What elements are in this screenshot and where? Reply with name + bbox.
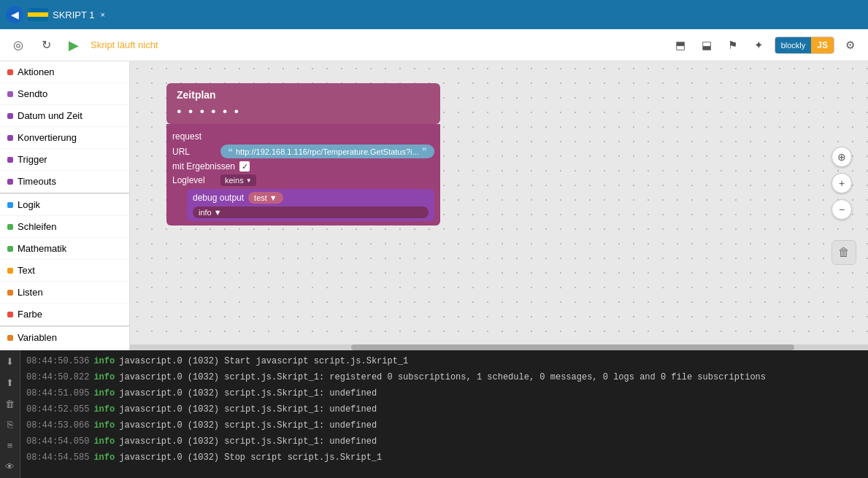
- script-status: Skript läuft nicht: [91, 39, 664, 50]
- info-dropdown[interactable]: info ▼: [193, 207, 429, 218]
- sendto-color: [7, 91, 13, 97]
- canvas-hscrollbar[interactable]: [130, 344, 868, 350]
- sidebar-label-sendto: Sendto: [18, 88, 47, 99]
- zeitplan-block[interactable]: Zeitplan ● ● ● ● ● ●: [166, 83, 440, 124]
- url-label: URL: [172, 147, 216, 157]
- center-button[interactable]: ⊕: [831, 147, 852, 167]
- test-value: test: [254, 193, 267, 202]
- sidebar-label-logik: Logik: [18, 199, 40, 210]
- sidebar-item-konvertierung[interactable]: Konvertierung: [0, 127, 129, 149]
- sidebar-item-sendto[interactable]: Sendto: [0, 83, 129, 105]
- log-sidebar: ⬇ ⬆ 🗑 ⎘ ≡ 👁: [0, 350, 20, 478]
- sidebar-item-schleifen[interactable]: Schleifen: [0, 216, 129, 238]
- konvertierung-color: [7, 135, 13, 141]
- mathematik-color: [7, 246, 13, 252]
- sidebar-label-listen: Listen: [18, 287, 43, 298]
- log-visibility-button[interactable]: 👁: [2, 460, 18, 474]
- sidebar-item-text[interactable]: Text: [0, 260, 129, 282]
- run-button[interactable]: ▶: [63, 34, 85, 56]
- canvas-controls: ⊕ + − 🗑: [831, 147, 856, 265]
- log-line: 08:44:54.050 info javascript.0 (1032) sc…: [20, 433, 868, 450]
- sidebar-item-datum[interactable]: Datum und Zeit: [0, 105, 129, 127]
- sidebar-item-trigger[interactable]: Trigger: [0, 149, 129, 171]
- canvas-hscroll-thumb[interactable]: [351, 344, 794, 350]
- request-label: request: [172, 131, 216, 142]
- debug-title-row: debug output test ▼: [193, 192, 429, 204]
- flag-button[interactable]: ⚑: [722, 34, 744, 56]
- test-dropdown[interactable]: test ▼: [248, 192, 283, 204]
- zoom-in-button[interactable]: +: [831, 173, 852, 193]
- sidebar-item-aktionen[interactable]: Aktionen: [0, 61, 129, 83]
- sidebar-item-farbe[interactable]: Farbe: [0, 304, 129, 325]
- debug-block[interactable]: debug output test ▼ info ▼: [187, 189, 434, 221]
- logik-color: [7, 202, 13, 208]
- log-timestamp: 08:44:53.066: [26, 419, 89, 432]
- log-level: info: [93, 419, 115, 432]
- log-upload-button[interactable]: ⬆: [2, 376, 18, 390]
- log-trash-button[interactable]: 🗑: [2, 397, 18, 411]
- aktionen-color: [7, 69, 13, 75]
- back-button[interactable]: ◀: [6, 6, 23, 23]
- log-copy-button[interactable]: ⎘: [2, 417, 18, 431]
- log-level: info: [93, 371, 115, 384]
- log-line: 08:44:54.585 info javascript.0 (1032) St…: [20, 450, 868, 466]
- schleifen-color: [7, 224, 13, 230]
- log-timestamp: 08:44:50.822: [26, 371, 89, 384]
- close-tab-button[interactable]: ×: [101, 10, 105, 19]
- loglevel-arrow: ▼: [246, 177, 252, 184]
- log-panel: ⬇ ⬆ 🗑 ⎘ ≡ 👁 08:44:50.536 info javascript…: [0, 350, 868, 478]
- url-text: http://192.168.1.116/rpc/Temperature.Get…: [236, 147, 419, 156]
- log-list-button[interactable]: ≡: [2, 439, 18, 452]
- text-color: [7, 268, 13, 274]
- request-block[interactable]: request URL ❝ http://192.168.1.116/rpc/T…: [166, 124, 440, 225]
- mit-ergebnissen-checkbox[interactable]: ✓: [239, 161, 250, 171]
- sidebar-label-text: Text: [18, 265, 35, 276]
- log-timestamp: 08:44:51.095: [26, 387, 89, 400]
- log-download-button[interactable]: ⬇: [2, 355, 18, 369]
- loglevel-label: Loglevel: [172, 175, 216, 185]
- url-value-block[interactable]: ❝ http://192.168.1.116/rpc/Temperature.G…: [220, 144, 434, 158]
- sidebar-item-timeouts[interactable]: Timeouts: [0, 171, 129, 193]
- import-button[interactable]: ⬓: [696, 34, 718, 56]
- export-button[interactable]: ⬒: [669, 34, 691, 56]
- settings-button[interactable]: ⚙: [839, 34, 861, 56]
- toolbar: ◎ ↻ ▶ Skript läuft nicht ⬒ ⬓ ⚑ ✦ blockly…: [0, 29, 868, 61]
- loglevel-dropdown[interactable]: keins ▼: [220, 174, 256, 186]
- flag-icon: [28, 8, 48, 21]
- info-value: info: [199, 208, 212, 217]
- log-content: 08:44:50.536 info javascript.0 (1032) St…: [20, 350, 868, 478]
- blocks-container: Zeitplan ● ● ● ● ● ● request URL ❝ http:…: [166, 83, 440, 225]
- sidebar-item-mathematik[interactable]: Mathematik: [0, 238, 129, 260]
- log-message: javascript.0 (1032) script.js.Skript_1: …: [119, 387, 377, 400]
- blockly-toggle-button[interactable]: blockly: [775, 37, 812, 53]
- log-empty-space: [20, 466, 868, 478]
- sidebar-item-listen[interactable]: Listen: [0, 282, 129, 304]
- datum-color: [7, 113, 13, 119]
- blockly-canvas[interactable]: Zeitplan ● ● ● ● ● ● request URL ❝ http:…: [130, 61, 868, 350]
- log-line: 08:44:51.095 info javascript.0 (1032) sc…: [20, 385, 868, 401]
- loglevel-value: keins: [225, 176, 244, 185]
- blockly-js-toggle: blockly JS: [775, 36, 834, 54]
- top-bar: ◀ SKRIPT 1 ×: [0, 0, 868, 29]
- variablen-color: [7, 335, 13, 341]
- mit-ergebnissen-label: mit Ergebnissen: [172, 161, 235, 171]
- sidebar-item-variablen[interactable]: Variablen: [0, 327, 129, 349]
- log-message: javascript.0 (1032) Stop script script.j…: [119, 451, 382, 464]
- target-button[interactable]: ◎: [7, 34, 29, 56]
- log-level: info: [93, 435, 115, 448]
- main-layout: Aktionen Sendto Datum und Zeit Konvertie…: [0, 61, 868, 350]
- magic-button[interactable]: ✦: [748, 34, 770, 56]
- sidebar-item-logik[interactable]: Logik: [0, 194, 129, 216]
- zoom-out-button[interactable]: −: [831, 199, 852, 220]
- script-title: SKRIPT 1: [53, 9, 95, 20]
- trash-button[interactable]: 🗑: [831, 240, 856, 265]
- refresh-button[interactable]: ↻: [35, 34, 57, 56]
- log-level: info: [93, 403, 115, 416]
- close-quote: ❞: [422, 146, 427, 157]
- log-line: 08:44:52.055 info javascript.0 (1032) sc…: [20, 401, 868, 417]
- js-toggle-button[interactable]: JS: [811, 37, 834, 53]
- sidebar-label-trigger: Trigger: [18, 154, 47, 165]
- log-line: 08:44:50.536 info javascript.0 (1032) St…: [20, 353, 868, 369]
- sidebar-label-konvertierung: Konvertierung: [18, 132, 77, 143]
- log-timestamp: 08:44:52.055: [26, 403, 89, 416]
